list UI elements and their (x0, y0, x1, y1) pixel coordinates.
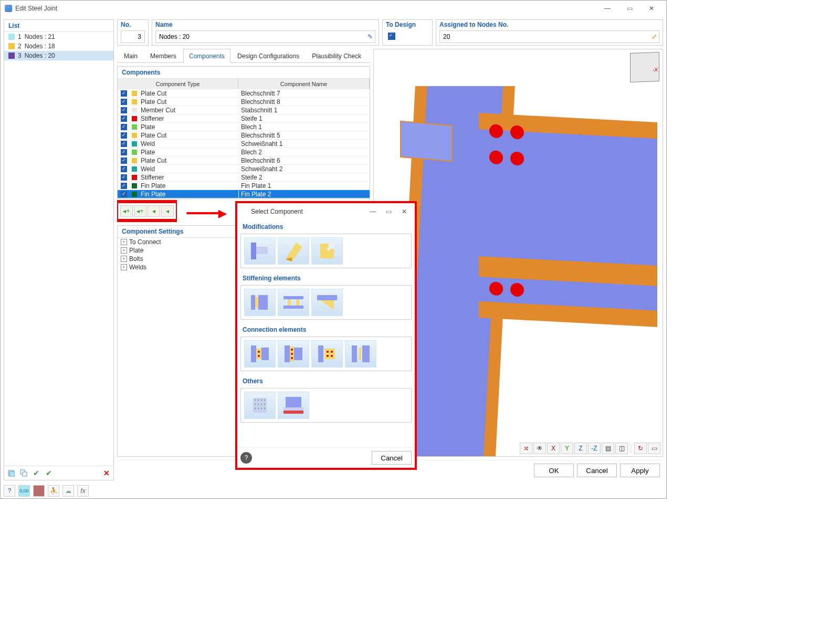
name-input[interactable] (159, 33, 372, 40)
pick-nodes-icon[interactable]: ⤢ (652, 33, 657, 40)
component-row[interactable]: Plate Cut Blechschnitt 6 (118, 156, 370, 165)
component-row[interactable]: Weld Schweißnaht 2 (118, 165, 370, 173)
cloud-icon[interactable]: ☁ (62, 485, 74, 497)
row-checkbox[interactable] (121, 116, 127, 122)
maximize-button[interactable]: ▭ (619, 2, 640, 15)
new-item-button[interactable] (5, 467, 17, 479)
color-icon[interactable] (33, 485, 45, 497)
svg-point-46 (258, 404, 259, 405)
row-checkbox[interactable] (121, 107, 127, 113)
row-checkbox[interactable] (121, 132, 127, 139)
member-cut-icon[interactable] (244, 237, 276, 265)
svg-point-34 (331, 351, 333, 353)
notch-icon[interactable] (311, 237, 343, 265)
haunch-icon[interactable] (311, 289, 343, 316)
component-row[interactable]: Stiffener Steife 1 (118, 114, 370, 123)
row-checkbox[interactable] (121, 124, 127, 130)
axis-neg-z-icon[interactable]: -Z (588, 443, 601, 454)
annotation-arrow-icon: ━━━━━▶ (187, 207, 226, 219)
rib-icon[interactable] (278, 289, 309, 316)
edit-name-icon[interactable]: ✎ (368, 33, 373, 40)
splice-icon[interactable] (345, 340, 376, 368)
axis-z-icon[interactable]: Z (574, 443, 587, 454)
list-item[interactable]: 2Nodes : 18 (4, 41, 113, 51)
row-checkbox[interactable] (121, 191, 127, 197)
expand-icon[interactable]: + (121, 264, 127, 270)
dialog-maximize-button[interactable]: ▭ (382, 205, 395, 218)
row-checkbox[interactable] (121, 90, 127, 97)
tab-main[interactable]: Main (118, 49, 143, 63)
tab-plausibility-check[interactable]: Plausibility Check (306, 49, 367, 63)
gusset-plate-icon[interactable] (311, 340, 343, 368)
row-checkbox[interactable] (121, 99, 127, 105)
component-row[interactable]: Fin Plate Fin Plate 1 (118, 182, 370, 190)
check-button-2[interactable]: ✔ (43, 467, 55, 479)
axis-x-icon[interactable]: X (547, 443, 560, 454)
layers-icon[interactable]: ▤ (602, 443, 614, 454)
plate-cut-icon[interactable] (278, 237, 309, 265)
tab-members[interactable]: Members (144, 49, 182, 63)
expand-icon[interactable]: + (121, 256, 127, 262)
component-row[interactable]: Plate Cut Blechschnitt 5 (118, 131, 370, 140)
bolt-pattern-icon[interactable] (244, 392, 276, 419)
tab-components[interactable]: Components (183, 49, 230, 63)
col-name: Component Name (238, 79, 370, 89)
fin-plate-icon[interactable] (244, 340, 276, 368)
expand-icon[interactable]: + (121, 239, 127, 245)
svg-rect-18 (317, 295, 337, 300)
add-component-button-2[interactable]: ◂+ (134, 205, 146, 217)
end-plate-icon[interactable] (278, 340, 309, 368)
cube-icon[interactable]: ◫ (615, 443, 628, 454)
svg-rect-55 (284, 411, 303, 414)
row-checkbox[interactable] (121, 149, 127, 155)
row-checkbox[interactable] (121, 141, 127, 147)
dialog-minimize-button[interactable]: — (366, 205, 379, 218)
axis-y-icon[interactable]: Y (561, 443, 573, 454)
axes-icon[interactable]: ⤭ (520, 443, 532, 454)
row-checkbox[interactable] (121, 166, 127, 172)
check-button-1[interactable]: ✔ (30, 467, 42, 479)
assigned-input[interactable] (443, 33, 656, 40)
row-checkbox[interactable] (121, 183, 127, 189)
apply-button[interactable]: Apply (620, 464, 660, 477)
base-plate-icon[interactable] (278, 392, 309, 419)
row-checkbox[interactable] (121, 174, 127, 181)
add-component-button-1[interactable]: ◂+ (120, 205, 133, 217)
cancel-button[interactable]: Cancel (577, 464, 617, 477)
fullscreen-icon[interactable]: ▭ (648, 443, 660, 454)
add-component-button-4[interactable]: ◂ (161, 205, 174, 217)
stiffener-icon[interactable] (244, 289, 276, 316)
delete-item-button[interactable]: ✕ (101, 467, 112, 479)
dialog-close-button[interactable]: ✕ (398, 205, 411, 218)
color-swatch-icon (8, 43, 15, 49)
close-button[interactable]: ✕ (641, 2, 662, 15)
list-item[interactable]: 1Nodes : 21 (4, 32, 113, 41)
ok-button[interactable]: OK (534, 464, 574, 477)
help-icon[interactable]: ? (240, 452, 252, 464)
component-row[interactable]: Fin Plate Fin Plate 2 (118, 190, 370, 198)
help-icon[interactable]: ? (4, 485, 15, 497)
minimize-button[interactable]: — (597, 2, 618, 15)
component-row[interactable]: Weld Schweißnaht 1 (118, 140, 370, 148)
component-row[interactable]: Plate Cut Blechschnitt 7 (118, 89, 370, 98)
component-row[interactable]: Plate Blech 1 (118, 123, 370, 131)
expand-icon[interactable]: + (121, 247, 127, 254)
view-cube[interactable]: -X (630, 52, 659, 82)
component-row[interactable]: Stiffener Steife 2 (118, 173, 370, 182)
component-row[interactable]: Plate Blech 2 (118, 148, 370, 156)
precision-icon[interactable]: 0,00 (18, 485, 30, 497)
dialog-cancel-button[interactable]: Cancel (372, 451, 412, 465)
person-icon[interactable]: ⛹ (48, 485, 59, 497)
component-row[interactable]: Member Cut Stabschnitt 1 (118, 106, 370, 114)
row-checkbox[interactable] (121, 158, 127, 164)
fx-icon[interactable]: fx (77, 485, 89, 497)
copy-item-button[interactable] (18, 467, 29, 479)
no-input[interactable] (124, 33, 141, 40)
list-item[interactable]: 3Nodes : 20 (4, 51, 113, 60)
add-component-button-3[interactable]: ◂ (148, 205, 160, 217)
eye-icon[interactable]: 👁 (533, 443, 546, 454)
tab-design-configurations[interactable]: Design Configurations (232, 49, 305, 63)
component-row[interactable]: Plate Cut Blechschnitt 8 (118, 98, 370, 106)
reset-view-icon[interactable]: ↻ (634, 443, 647, 454)
todesign-checkbox[interactable] (388, 33, 395, 40)
